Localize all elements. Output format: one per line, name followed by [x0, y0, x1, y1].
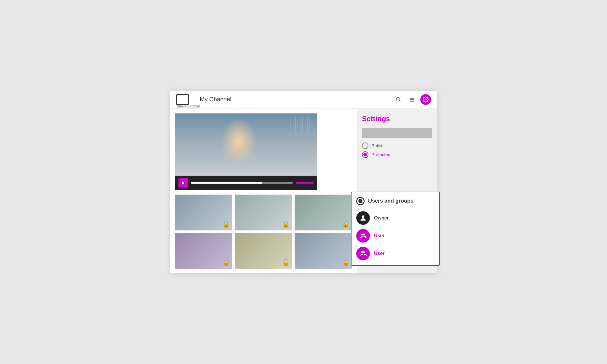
thumbnails-grid: 🔒 🔒 🔓 🔒 🔓 — [175, 195, 352, 269]
play-button[interactable]: ▶ — [178, 178, 188, 187]
settings-panel: Settings Public Protected Users and grou… — [357, 109, 437, 274]
lock-icon-3: 🔓 — [342, 220, 350, 228]
video-controls: ▶ — [175, 176, 317, 190]
thumbnail-6[interactable]: 🔓 — [295, 233, 352, 269]
owner-avatar — [356, 211, 370, 225]
progress-fill — [191, 182, 262, 184]
svg-point-6 — [362, 215, 365, 218]
svg-point-8 — [363, 233, 365, 235]
user-name-2: User — [374, 251, 385, 256]
header-icons — [393, 94, 431, 105]
video-person-image — [175, 113, 317, 176]
settings-input[interactable] — [362, 128, 432, 138]
logo: DB DREAMBROKER — [176, 94, 189, 105]
search-button[interactable] — [393, 94, 404, 105]
video-thumbnail — [175, 113, 317, 176]
svg-point-10 — [363, 251, 365, 253]
settings-button[interactable] — [420, 94, 431, 105]
content-area: ▶ 🔒 🔒 — [170, 109, 357, 274]
video-player: ▶ — [175, 113, 317, 190]
play-icon: ▶ — [182, 180, 185, 185]
volume-bar[interactable] — [296, 182, 314, 184]
svg-point-9 — [361, 251, 363, 253]
thumbnail-3[interactable]: 🔓 — [295, 195, 352, 230]
app-container: DB DREAMBROKER My Channel — [170, 91, 437, 274]
radio-public[interactable]: Public — [362, 142, 432, 149]
lock-icon-6: 🔓 — [342, 259, 350, 266]
lock-icon-5: 🔓 — [282, 259, 290, 266]
svg-rect-2 — [410, 98, 414, 99]
lock-icon-2: 🔒 — [282, 220, 290, 228]
svg-point-7 — [361, 233, 363, 235]
radio-protected-label: Protected — [371, 152, 390, 157]
user-item-owner[interactable]: Owner — [356, 211, 435, 225]
settings-title: Settings — [362, 115, 432, 123]
user-list: Owner User — [356, 211, 435, 260]
ug-radio-icon — [356, 197, 365, 205]
thumbnail-4[interactable]: 🔒 — [175, 233, 232, 269]
channel-title: My Channel — [200, 96, 393, 103]
radio-public-label: Public — [371, 143, 384, 148]
svg-rect-4 — [410, 101, 414, 102]
svg-rect-3 — [410, 99, 414, 100]
lock-icon-4: 🔒 — [222, 259, 230, 266]
users-groups-card: Users and groups Owner — [351, 192, 440, 266]
logo-subtitle: DREAMBROKER — [177, 105, 200, 108]
progress-bar[interactable] — [191, 182, 293, 184]
users-groups-title: Users and groups — [368, 198, 413, 204]
list-view-button[interactable] — [407, 94, 417, 105]
user-name-1: User — [374, 233, 385, 238]
svg-point-0 — [396, 97, 400, 101]
radio-protected[interactable]: Protected — [362, 151, 432, 158]
user-avatar-2 — [356, 247, 370, 260]
main-layout: ▶ 🔒 🔒 — [170, 109, 437, 274]
svg-point-5 — [425, 99, 427, 100]
logo-area: DB DREAMBROKER — [176, 94, 189, 105]
thumbnail-2[interactable]: 🔒 — [235, 195, 292, 230]
thumbnail-1[interactable]: 🔒 — [175, 195, 232, 230]
thumbnail-5[interactable]: 🔓 — [235, 233, 292, 269]
user-item-1[interactable]: User — [356, 229, 435, 243]
users-groups-header: Users and groups — [356, 197, 435, 205]
svg-line-1 — [399, 100, 400, 101]
header: DB DREAMBROKER My Channel — [170, 91, 437, 109]
visibility-radio-group: Public Protected — [362, 142, 432, 158]
user-item-2[interactable]: User — [356, 247, 435, 260]
lock-icon-1: 🔒 — [222, 220, 230, 228]
owner-name: Owner — [374, 215, 389, 221]
radio-protected-circle — [362, 151, 368, 158]
radio-public-circle — [362, 142, 368, 149]
user-avatar-1 — [356, 229, 370, 243]
